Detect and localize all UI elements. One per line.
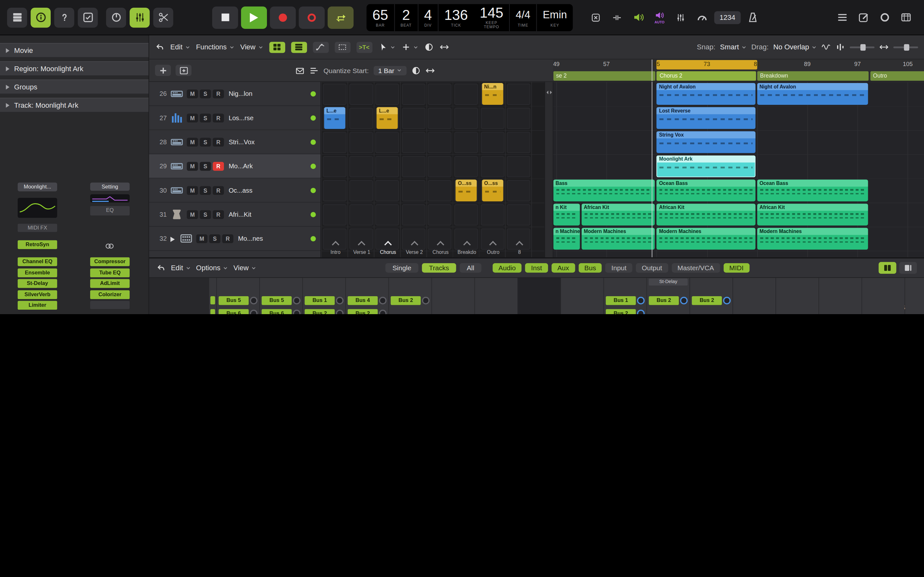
send-slot[interactable]: Bus 2 (606, 309, 645, 314)
loop-cell[interactable] (375, 180, 399, 201)
marquee-button[interactable] (334, 41, 351, 53)
metronome-button[interactable] (744, 9, 762, 26)
loop-cell[interactable] (402, 204, 425, 225)
record-enable-button[interactable]: R (213, 113, 224, 122)
loop-cell[interactable] (349, 107, 373, 129)
loop-cell[interactable] (375, 204, 399, 225)
loop-region[interactable]: Ni...n (482, 83, 503, 105)
lcd-position-cell[interactable]: 136TICK (438, 4, 473, 31)
send-slot[interactable]: Bus 2 (649, 296, 688, 305)
send-slot[interactable]: Bus 1 (606, 296, 645, 305)
send-bus-button[interactable]: Bus 2 (348, 309, 378, 314)
arrange-region[interactable]: Modern Machines (757, 228, 869, 250)
arrange-region[interactable]: Moonlight Ark (657, 155, 755, 177)
send-bus-button[interactable]: Bus 2 (692, 296, 722, 305)
mixer-menu-options[interactable]: Options (196, 264, 228, 272)
send-slot[interactable]: Bus 1 (305, 296, 344, 305)
mute-button[interactable]: M (187, 161, 198, 171)
loop-cell[interactable] (428, 132, 451, 153)
horizontal-zoom-icon[interactable] (879, 42, 888, 52)
send-level-knob[interactable] (336, 309, 344, 314)
scene-trigger[interactable]: 8 (506, 231, 533, 258)
send-level-knob[interactable] (422, 297, 430, 305)
audio-fx-slot[interactable]: AdLimit (90, 279, 129, 288)
solo-button[interactable]: S (209, 234, 220, 243)
mixer-channel-strip[interactable]: St OutRead+63-8.2-25.7630369121824304050… (518, 278, 560, 314)
send-bus-button[interactable]: Bus 1 (606, 296, 636, 305)
menu-edit[interactable]: Edit (170, 43, 190, 51)
horizontal-arrows-icon[interactable] (439, 42, 449, 52)
sidebar-section-region-moonlight-ark[interactable]: Region: Moonlight Ark (0, 61, 149, 76)
loop-cell[interactable] (454, 156, 478, 177)
note-pads-button[interactable] (855, 9, 872, 26)
send-level-knob[interactable] (379, 297, 387, 305)
send-bus-button[interactable]: Bus 2 (649, 296, 679, 305)
mixer-filter-inst[interactable]: Inst (525, 263, 548, 272)
mixer-channel-strip[interactable]: St OutRead-3.2-13.363036912182430405060M… (432, 278, 474, 314)
menu-view[interactable]: View (240, 43, 263, 51)
loop-cell[interactable] (481, 156, 504, 177)
loop-cell[interactable] (428, 83, 451, 105)
add-scene-button[interactable] (155, 65, 171, 76)
sidebar-section-track-moonlight-ark[interactable]: Track: Moonlight Ark (0, 98, 149, 113)
solo-button[interactable]: S (200, 113, 211, 122)
arrange-region[interactable]: Modern Machines (582, 228, 655, 250)
arrange-region[interactable]: African Kit (657, 204, 755, 226)
solo-button[interactable]: S (200, 89, 211, 98)
solo-button[interactable]: S (200, 161, 211, 171)
mixer-filter-aux[interactable]: Aux (551, 263, 575, 272)
back-arrow-icon[interactable] (156, 263, 166, 272)
horizontal-zoom-slider[interactable] (893, 46, 918, 48)
empty-fx-slot[interactable] (90, 301, 129, 309)
send-level-knob[interactable] (723, 297, 731, 305)
smart-controls-button[interactable] (129, 7, 150, 27)
rows-view-button[interactable] (291, 41, 307, 53)
send-bus-button[interactable]: Bus 4 (348, 296, 378, 305)
audio-fx-slot[interactable]: Limiter (18, 301, 57, 310)
toolbar-checklist-button[interactable] (78, 7, 97, 27)
scene-trigger[interactable]: Verse 1 (349, 231, 375, 258)
record-enable-button[interactable]: R (213, 137, 224, 147)
mixer-channel-strip[interactable]: St OutRead-64-12.4-27.563036912182430405… (475, 278, 517, 314)
send-slot[interactable]: Bus 4 (348, 296, 387, 305)
arrange-region[interactable]: Lost Reverse (657, 107, 755, 129)
audio-fx-slot[interactable]: Tube EQ (90, 268, 129, 277)
loop-cell[interactable] (323, 156, 347, 177)
sidebar-section-movie[interactable]: Movie (0, 43, 149, 58)
audio-fx-slot[interactable]: St-Delay (18, 279, 57, 288)
send-bus-button[interactable]: Bus 6 (218, 309, 249, 314)
scene-trigger[interactable]: Chorus (375, 231, 401, 258)
mute-button[interactable]: M (187, 113, 198, 122)
loop-cell[interactable] (375, 156, 399, 177)
track-header-row[interactable]: 32MSRMo...nes (149, 227, 320, 251)
loop-cell[interactable] (349, 83, 373, 105)
send-bus-button[interactable]: Bus 1 (305, 296, 335, 305)
arrange-region[interactable]: String Vox (657, 131, 755, 153)
mixer-channel-strip[interactable]: Bus 1Bus 2St OutRead+350.0-7.06303691218… (604, 278, 646, 314)
loop-cell[interactable] (402, 107, 425, 129)
section-marker[interactable]: se 2 (553, 71, 656, 81)
pointer-tool-menu[interactable] (378, 42, 395, 52)
loop-cell[interactable] (402, 83, 425, 105)
clipped-channel-strip[interactable] (209, 278, 216, 314)
lcd-position-cell[interactable]: 65BAR (367, 4, 395, 31)
loop-cell[interactable] (323, 180, 347, 201)
loop-region[interactable]: L...e (324, 107, 345, 129)
mixer-view-narrow-button[interactable] (879, 262, 897, 274)
inspector-button[interactable] (31, 7, 51, 27)
solo-button[interactable]: S (200, 137, 211, 147)
sidebar-section-groups[interactable]: Groups (0, 79, 149, 94)
send-bus-button[interactable]: Bus 2 (391, 296, 421, 305)
media-browser-button[interactable] (897, 9, 915, 26)
automation-toggle-button[interactable]: AUTO (651, 9, 668, 26)
send-bus-button[interactable]: Bus 2 (606, 309, 636, 314)
mixer-filter-bus[interactable]: Bus (578, 263, 602, 272)
track-header-row[interactable]: 27MSRLos...rse (149, 106, 320, 130)
stop-button[interactable] (212, 6, 238, 29)
bar-ruler[interactable]: 49576573818997105 se 2Chorus 2BreakdownO… (553, 60, 924, 82)
mixer-channel-strip[interactable]: Bus 2St OutRead-1-5.8-50.863036912182430… (389, 278, 431, 314)
track-header-row[interactable]: 31MSRAfri...Kit (149, 203, 320, 227)
eq-thumbnail[interactable] (90, 194, 129, 203)
grid-view-button[interactable] (269, 41, 285, 53)
autopunch-button[interactable] (608, 9, 626, 26)
